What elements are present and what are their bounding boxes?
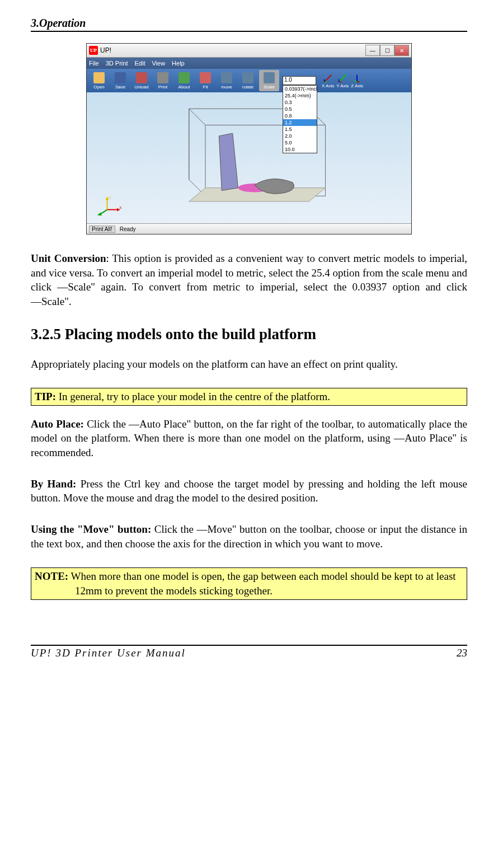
svg-marker-16 bbox=[219, 133, 238, 190]
svg-line-0 bbox=[325, 74, 332, 82]
section-heading: 3.2.5 Placing models onto the build plat… bbox=[31, 326, 467, 343]
scale-option[interactable]: 0.03937(->Inch) bbox=[283, 86, 317, 92]
unload-icon bbox=[136, 72, 147, 83]
scale-option[interactable]: 2.0 bbox=[283, 133, 317, 139]
tip-box: TIP: In general, try to place your model… bbox=[31, 388, 467, 406]
unit-conversion-label: Unit Conversion bbox=[31, 252, 106, 264]
open-icon bbox=[93, 72, 105, 83]
page-header: 3.Operation bbox=[31, 17, 467, 32]
rotate-icon bbox=[242, 72, 253, 83]
3d-viewport[interactable]: X Z bbox=[87, 92, 411, 223]
scale-dropdown[interactable]: 0.03937(->Inch) 25.4(->mm) 0.3 0.5 0.8 1… bbox=[283, 85, 317, 153]
note-box: NOTE: When more than one model is open, … bbox=[31, 567, 467, 599]
using-move-paragraph: Using the "Move" button: Click the ―Move… bbox=[31, 522, 467, 551]
status-bar: Print All! Ready bbox=[87, 223, 411, 234]
menu-view[interactable]: View bbox=[152, 60, 165, 67]
app-window: UP UP! — ☐ ✕ File 3D Print Edit View Hel… bbox=[86, 43, 412, 234]
app-logo-icon: UP bbox=[89, 46, 98, 55]
scale-option[interactable]: 10.0 bbox=[283, 146, 317, 153]
menu-bar: File 3D Print Edit View Help bbox=[87, 58, 411, 69]
scale-option[interactable]: 5.0 bbox=[283, 139, 317, 146]
by-hand-paragraph: By Hand: Press the Ctrl key and choose t… bbox=[31, 477, 467, 505]
menu-file[interactable]: File bbox=[89, 60, 99, 67]
scale-icon bbox=[264, 72, 275, 83]
menu-edit[interactable]: Edit bbox=[134, 60, 145, 67]
about-button[interactable]: About bbox=[174, 70, 194, 91]
svg-line-24 bbox=[101, 210, 107, 214]
zaxis-icon bbox=[352, 73, 362, 83]
unit-conversion-paragraph: Unit Conversion: This option is provided… bbox=[31, 251, 467, 309]
svg-line-3 bbox=[339, 74, 346, 82]
menu-help[interactable]: Help bbox=[172, 60, 185, 67]
svg-text:X: X bbox=[119, 205, 122, 209]
window-title: UP! bbox=[100, 46, 365, 54]
yaxis-button[interactable]: Y Axis bbox=[336, 73, 349, 88]
page-footer: UP! 3D Printer User Manual 23 bbox=[31, 645, 467, 659]
maximize-button[interactable]: ☐ bbox=[380, 45, 394, 56]
rotate-button[interactable]: rotate bbox=[238, 70, 258, 91]
tip-label: TIP: bbox=[35, 391, 56, 402]
print-all-button[interactable]: Print All! bbox=[89, 226, 115, 233]
footer-page-number: 23 bbox=[457, 647, 467, 659]
scale-option[interactable]: 0.8 bbox=[283, 112, 317, 119]
footer-manual-title: UP! 3D Printer User Manual bbox=[31, 647, 186, 659]
yaxis-icon bbox=[337, 73, 347, 83]
by-hand-label: By Hand: bbox=[31, 478, 76, 490]
save-icon bbox=[115, 72, 126, 83]
open-button[interactable]: Open bbox=[89, 70, 109, 91]
title-bar: UP UP! — ☐ ✕ bbox=[87, 44, 411, 58]
scale-option-selected[interactable]: 1.2 bbox=[283, 119, 317, 126]
scale-option[interactable]: 1.5 bbox=[283, 126, 317, 133]
save-button[interactable]: Save bbox=[110, 70, 130, 91]
axis-buttons: X Axis Y Axis Z Axis bbox=[322, 73, 363, 88]
move-icon bbox=[221, 72, 232, 83]
scale-button[interactable]: Scale bbox=[259, 70, 279, 91]
xaxis-icon bbox=[323, 73, 333, 83]
scale-input-area: 1.0 0.03937(->Inch) 25.4(->mm) 0.3 0.5 0… bbox=[283, 76, 316, 85]
close-button[interactable]: ✕ bbox=[394, 45, 409, 56]
fit-button[interactable]: Fit bbox=[195, 70, 215, 91]
screenshot-container: UP UP! — ☐ ✕ File 3D Print Edit View Hel… bbox=[31, 43, 467, 234]
using-move-label: Using the "Move" button: bbox=[31, 523, 151, 535]
toolbar: Open Save Unload Print About bbox=[87, 69, 411, 92]
print-button[interactable]: Print bbox=[153, 70, 173, 91]
scale-option[interactable]: 0.3 bbox=[283, 99, 317, 106]
auto-place-label: Auto Place: bbox=[31, 418, 84, 430]
svg-marker-25 bbox=[97, 213, 102, 216]
svg-line-11 bbox=[189, 109, 205, 125]
note-label: NOTE: bbox=[35, 570, 68, 582]
menu-3dprint[interactable]: 3D Print bbox=[106, 60, 128, 67]
fit-icon bbox=[200, 72, 211, 83]
about-icon bbox=[178, 72, 190, 83]
window-controls: — ☐ ✕ bbox=[365, 45, 409, 56]
minimize-button[interactable]: — bbox=[365, 45, 380, 56]
print-icon bbox=[157, 72, 168, 83]
scale-input[interactable]: 1.0 bbox=[283, 76, 316, 85]
xaxis-button[interactable]: X Axis bbox=[322, 73, 334, 88]
svg-text:Z: Z bbox=[109, 195, 111, 199]
unload-button[interactable]: Unload bbox=[131, 70, 152, 91]
intro-paragraph: Appropriately placing your models on the… bbox=[31, 357, 467, 372]
scale-option[interactable]: 25.4(->mm) bbox=[283, 92, 317, 99]
scale-option[interactable]: 0.5 bbox=[283, 106, 317, 112]
auto-place-paragraph: Auto Place: Click the ―Auto Place" butto… bbox=[31, 417, 467, 460]
move-button[interactable]: move bbox=[217, 70, 237, 91]
zaxis-button[interactable]: Z Axis bbox=[351, 73, 363, 88]
status-text: Ready bbox=[120, 226, 136, 232]
